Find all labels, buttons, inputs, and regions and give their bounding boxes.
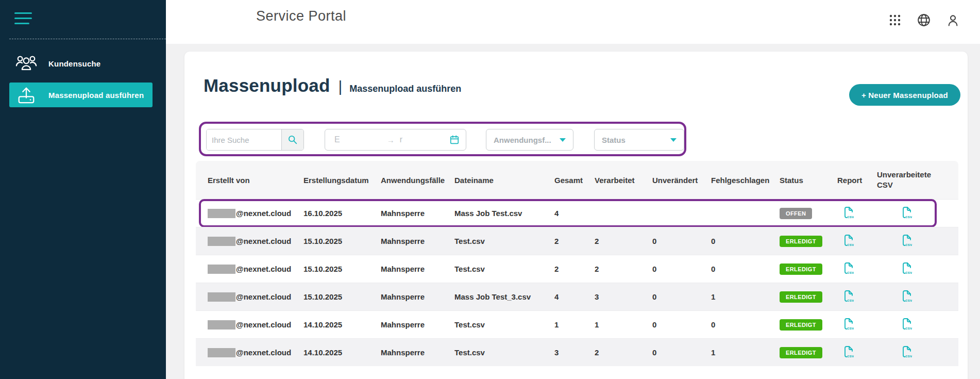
total-value: 2 xyxy=(554,265,595,273)
created-by-value: @nexnet.cloud xyxy=(236,237,291,245)
hamburger-menu-icon[interactable] xyxy=(14,12,37,26)
report-csv-download-icon[interactable]: csv xyxy=(843,206,854,219)
unprocessed-csv-download-icon[interactable]: csv xyxy=(902,262,912,274)
apps-grid-icon[interactable] xyxy=(888,13,902,27)
report-csv-download-icon[interactable]: csv xyxy=(843,290,854,302)
massenupload-card: Massenupload | Massenupload ausführen + … xyxy=(184,52,968,379)
creation-date-value: 15.10.2025 xyxy=(303,292,381,301)
date-end-placeholder: r xyxy=(400,135,402,144)
redacted-email-box xyxy=(208,292,235,302)
search-input[interactable] xyxy=(207,129,281,150)
column-header: Erstellungsdatum xyxy=(303,176,369,185)
column-header: Unverarbeitete CSV xyxy=(877,170,938,191)
filename-value: Test.csv xyxy=(454,265,554,273)
use-case-value: Mahnsperre xyxy=(381,265,454,273)
uploads-table: Erstellt von Erstellungsdatum Anwendungs… xyxy=(196,161,958,366)
status-badge: ERLEDIGT xyxy=(780,347,822,358)
redacted-email-box xyxy=(208,320,235,329)
date-range-arrow: → xyxy=(387,136,395,144)
svg-text:csv: csv xyxy=(905,215,912,219)
column-header: Report xyxy=(837,176,862,185)
page-title: Massenupload xyxy=(204,75,330,96)
svg-text:csv: csv xyxy=(905,326,912,330)
unprocessed-csv-download-icon[interactable]: csv xyxy=(902,290,912,302)
new-massenupload-button[interactable]: + Neuer Massenupload xyxy=(849,84,960,106)
failed-value: 1 xyxy=(711,292,780,301)
report-csv-download-icon[interactable]: csv xyxy=(843,234,854,246)
filename-value: Mass Job Test_3.csv xyxy=(454,292,554,301)
total-value: 4 xyxy=(554,209,595,218)
processed-value: 2 xyxy=(595,237,652,245)
globe-icon[interactable] xyxy=(917,13,931,27)
table-row: @nexnet.cloud 14.10.2025 Mahnsperre Test… xyxy=(196,310,958,338)
sidebar-divider xyxy=(9,39,166,39)
use-case-value: Mahnsperre xyxy=(381,237,454,245)
svg-text:csv: csv xyxy=(905,298,912,302)
unchanged-value: 0 xyxy=(652,265,711,273)
total-value: 4 xyxy=(554,292,595,301)
upload-icon xyxy=(15,85,37,105)
sidebar-item-massenupload-ausfuehren[interactable]: Massenupload ausführen xyxy=(9,83,153,107)
table-row: @nexnet.cloud 15.10.2025 Mahnsperre Mass… xyxy=(196,283,958,310)
use-case-value: Mahnsperre xyxy=(381,348,454,357)
date-start-placeholder: E xyxy=(334,135,340,144)
total-value: 3 xyxy=(554,348,595,357)
users-icon xyxy=(15,54,37,73)
column-header: Fehlgeschlagen xyxy=(711,176,769,185)
user-icon[interactable] xyxy=(946,13,959,27)
report-csv-download-icon[interactable]: csv xyxy=(843,345,854,358)
column-header: Verarbeitet xyxy=(595,176,635,185)
created-by-value: @nexnet.cloud xyxy=(236,320,291,329)
status-badge: ERLEDIGT xyxy=(780,236,822,247)
status-badge: ERLEDIGT xyxy=(780,291,822,303)
status-dropdown[interactable]: Status xyxy=(594,129,684,151)
table-row: @nexnet.cloud 14.10.2025 Mahnsperre Test… xyxy=(196,338,958,366)
failed-value: 0 xyxy=(711,320,780,329)
column-header: Anwendungsfälle xyxy=(381,176,445,185)
unprocessed-csv-download-icon[interactable]: csv xyxy=(902,345,912,358)
created-by-value: @nexnet.cloud xyxy=(236,292,291,301)
unprocessed-csv-download-icon[interactable]: csv xyxy=(902,318,912,330)
status-badge: OFFEN xyxy=(780,208,812,219)
svg-text:csv: csv xyxy=(847,242,854,246)
creation-date-value: 14.10.2025 xyxy=(303,320,381,329)
unprocessed-csv-download-icon[interactable]: csv xyxy=(902,206,912,219)
top-bar: Service Portal xyxy=(166,0,980,44)
sidebar-item-kundensuche[interactable]: Kundensuche xyxy=(9,51,153,76)
page-subtitle: Massenupload ausführen xyxy=(349,84,461,94)
column-header: Unverändert xyxy=(652,176,698,185)
table-row: @nexnet.cloud 16.10.2025 Mahnsperre Mass… xyxy=(196,199,958,227)
filename-value: Test.csv xyxy=(454,320,554,329)
column-header: Status xyxy=(780,176,803,185)
anwendungsfaelle-dropdown[interactable]: Anwendungsf... xyxy=(486,129,573,151)
unchanged-value: 0 xyxy=(652,292,711,301)
svg-text:csv: csv xyxy=(847,354,854,358)
app-title: Service Portal xyxy=(256,8,346,24)
sidebar: Kundensuche Massenupload ausführen xyxy=(0,0,166,379)
chevron-down-icon xyxy=(560,138,566,142)
processed-value: 1 xyxy=(595,320,652,329)
svg-text:csv: csv xyxy=(905,270,912,274)
failed-value: 1 xyxy=(711,348,780,357)
status-badge: ERLEDIGT xyxy=(780,319,822,331)
creation-date-value: 15.10.2025 xyxy=(303,237,381,245)
redacted-email-box xyxy=(208,265,235,274)
redacted-email-box xyxy=(208,209,235,218)
service-portal-screen: Kundensuche Massenupload ausführen Servi… xyxy=(0,0,980,379)
filename-value: Test.csv xyxy=(454,348,554,357)
svg-text:csv: csv xyxy=(847,215,854,219)
sidebar-item-label: Massenupload ausführen xyxy=(48,91,144,100)
dropdown-label: Anwendungsf... xyxy=(494,136,551,144)
report-csv-download-icon[interactable]: csv xyxy=(843,318,854,330)
svg-text:csv: csv xyxy=(847,298,854,302)
table-header-row: Erstellt von Erstellungsdatum Anwendungs… xyxy=(196,161,958,199)
search-button[interactable] xyxy=(281,129,303,150)
column-header: Gesamt xyxy=(554,176,583,185)
date-range-field[interactable]: E → r xyxy=(325,129,466,151)
filename-value: Test.csv xyxy=(454,237,554,245)
creation-date-value: 15.10.2025 xyxy=(303,265,381,273)
unprocessed-csv-download-icon[interactable]: csv xyxy=(902,234,912,246)
use-case-value: Mahnsperre xyxy=(381,292,454,301)
title-divider: | xyxy=(339,78,343,95)
report-csv-download-icon[interactable]: csv xyxy=(843,262,854,274)
